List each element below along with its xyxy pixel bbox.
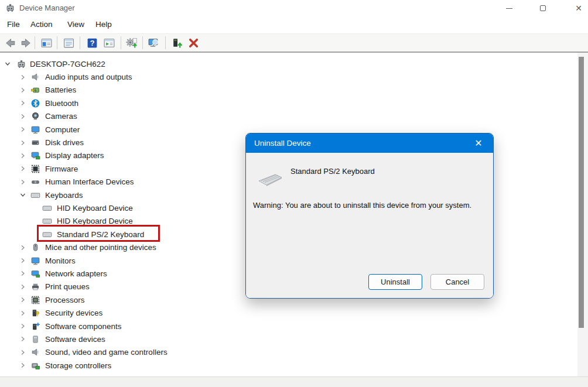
status-bar <box>0 376 588 387</box>
tree-item-label: Human Interface Devices <box>45 177 134 186</box>
printer-icon <box>30 282 40 292</box>
forward-icon[interactable] <box>19 36 32 49</box>
chevron-right-icon[interactable] <box>19 361 27 369</box>
vertical-scrollbar[interactable] <box>577 53 588 376</box>
maximize-icon <box>540 5 546 11</box>
chevron-down-icon[interactable] <box>19 191 27 199</box>
toolbar-separator <box>80 36 80 49</box>
scrollbar-thumb[interactable] <box>579 57 584 328</box>
uninstall-device-icon[interactable] <box>187 36 200 49</box>
toolbar-separator <box>121 36 121 49</box>
menu-bar: File Action View Help <box>0 16 588 33</box>
tree-item-label: Storage controllers <box>45 361 111 370</box>
tree-item-desktop-7gch622[interactable]: DESKTOP-7GCH622 <box>0 57 577 70</box>
console-tree-icon[interactable] <box>40 36 53 49</box>
tree-item-label: Software devices <box>45 335 105 344</box>
chevron-right-icon[interactable] <box>19 112 27 121</box>
chevron-right-icon[interactable] <box>19 256 27 265</box>
chevron-right-icon[interactable] <box>19 296 27 304</box>
minimize-button[interactable] <box>497 0 521 16</box>
tree-item-batteries[interactable]: Batteries <box>0 84 577 97</box>
chevron-right-icon[interactable] <box>19 335 27 343</box>
properties-icon[interactable] <box>62 36 75 49</box>
scan-hardware-icon[interactable] <box>147 36 160 49</box>
toolbar-separator <box>57 36 57 49</box>
tree-item-label: Network adapters <box>45 269 107 278</box>
keyboard-icon <box>42 216 52 226</box>
chevron-right-icon[interactable] <box>19 86 27 94</box>
uninstall-device-dialog: Uninstall Device ✕ Standard PS/2 Keyboar… <box>245 133 494 299</box>
mouse-icon <box>30 242 40 252</box>
firmware-icon <box>30 164 40 174</box>
close-button[interactable]: ✕ <box>567 0 588 16</box>
tree-item-label: Firmware <box>45 165 78 173</box>
chevron-right-icon[interactable] <box>19 125 27 133</box>
chevron-right-icon[interactable] <box>19 309 27 317</box>
tree-item-label: DESKTOP-7GCH622 <box>30 60 105 69</box>
dialog-close-button[interactable]: ✕ <box>469 133 488 153</box>
chevron-right-icon[interactable] <box>19 73 27 81</box>
tree-item-audio-inputs-and-outputs[interactable]: Audio inputs and outputs <box>0 70 577 83</box>
chevron-right-icon[interactable] <box>19 99 27 107</box>
tree-item-cameras[interactable]: Cameras <box>0 110 577 123</box>
processor-icon <box>30 295 40 305</box>
menu-action[interactable]: Action <box>30 20 53 29</box>
toolbar-separator <box>142 36 143 49</box>
chevron-down-icon[interactable] <box>4 60 12 68</box>
chevron-right-icon[interactable] <box>19 178 27 186</box>
tree-item-software-components[interactable]: Software components <box>0 320 577 333</box>
tree-item-label: Processors <box>45 296 85 304</box>
update-driver-icon[interactable] <box>125 36 138 49</box>
tree-item-sound-video-and-game-controllers[interactable]: Sound, video and game controllers <box>0 346 577 359</box>
display-adapter-icon <box>30 150 40 160</box>
chevron-right-icon[interactable] <box>19 139 27 147</box>
tree-item-label: Print queues <box>45 282 90 291</box>
keyboard-icon <box>42 203 52 213</box>
tree-item-label: Bluetooth <box>45 99 78 108</box>
tree-item-storage-controllers[interactable]: Storage controllers <box>0 359 577 372</box>
chevron-right-icon[interactable] <box>19 348 27 357</box>
action-window-icon[interactable] <box>102 36 115 49</box>
keyboard-3d-icon <box>255 168 282 187</box>
tree-item-bluetooth[interactable]: Bluetooth <box>0 97 577 109</box>
maximize-button[interactable] <box>531 0 555 16</box>
menu-help[interactable]: Help <box>95 20 112 29</box>
tree-item-label: Computer <box>45 125 80 134</box>
close-icon: ✕ <box>575 4 582 12</box>
tree-item-software-devices[interactable]: Software devices <box>0 333 577 345</box>
cancel-button[interactable]: Cancel <box>430 274 484 290</box>
software-component-icon <box>30 321 40 331</box>
menu-file[interactable]: File <box>7 20 20 29</box>
tree-item-label: Security devices <box>45 309 102 317</box>
chevron-right-icon[interactable] <box>19 152 27 160</box>
toolbar-separator <box>165 36 166 49</box>
tree-item-security-devices[interactable]: Security devices <box>0 306 577 319</box>
hid-icon <box>30 177 40 187</box>
chevron-right-icon[interactable] <box>19 165 27 173</box>
chevron-right-icon[interactable] <box>19 322 27 330</box>
audio-icon <box>30 347 40 357</box>
monitor-icon <box>30 125 40 135</box>
dialog-close-icon: ✕ <box>474 138 482 149</box>
dialog-body: Standard PS/2 Keyboard Warning: You are … <box>246 153 493 299</box>
disk-icon <box>30 138 40 148</box>
chevron-right-icon[interactable] <box>19 244 27 252</box>
audio-icon <box>30 72 40 82</box>
dialog-title: Uninstall Device <box>254 139 311 148</box>
monitor-icon <box>30 256 40 266</box>
chevron-right-icon[interactable] <box>19 269 27 278</box>
tree-item-label: Audio inputs and outputs <box>45 73 132 81</box>
computer-root-icon <box>16 59 26 69</box>
help-icon[interactable]: ? <box>86 36 98 49</box>
device-manager-app-icon <box>5 3 15 13</box>
bluetooth-icon <box>30 98 40 108</box>
dialog-device-name: Standard PS/2 Keyboard <box>290 167 375 176</box>
tree-item-label: HID Keyboard Device <box>57 217 133 225</box>
menu-view[interactable]: View <box>67 20 84 29</box>
back-icon[interactable] <box>4 36 16 49</box>
chevron-right-icon[interactable] <box>19 283 27 291</box>
device-update-icon[interactable] <box>170 36 183 49</box>
tree-item-label: HID Keyboard Device <box>57 204 133 213</box>
uninstall-button[interactable]: Uninstall <box>368 274 422 290</box>
keyboard-icon <box>42 230 52 239</box>
